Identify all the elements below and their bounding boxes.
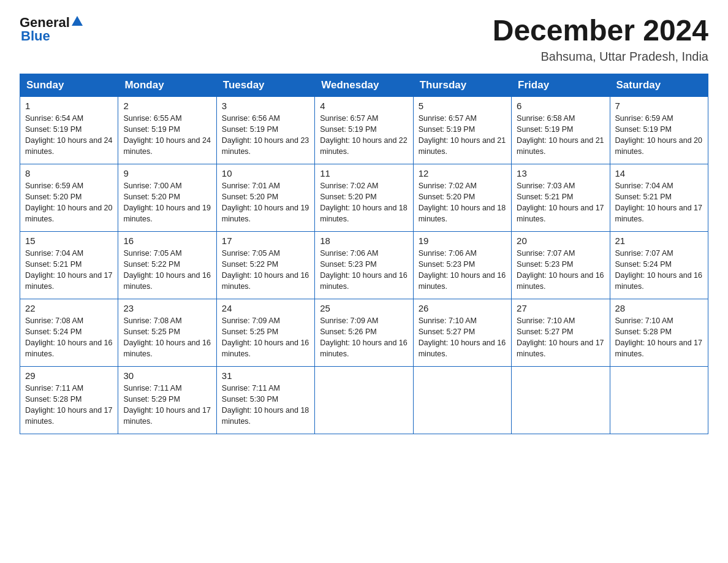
day-info: Sunrise: 7:11 AMSunset: 5:28 PMDaylight:… bbox=[25, 383, 113, 427]
logo-triangle-icon bbox=[72, 16, 83, 28]
day-info: Sunrise: 7:04 AMSunset: 5:21 PMDaylight:… bbox=[615, 180, 703, 225]
calendar-cell: 22Sunrise: 7:08 AMSunset: 5:24 PMDayligh… bbox=[20, 299, 118, 366]
day-info: Sunrise: 7:05 AMSunset: 5:22 PMDaylight:… bbox=[222, 248, 309, 293]
calendar-cell: 30Sunrise: 7:11 AMSunset: 5:29 PMDayligh… bbox=[118, 366, 216, 434]
day-number: 27 bbox=[517, 303, 604, 313]
day-number: 4 bbox=[320, 101, 408, 111]
calendar-cell: 13Sunrise: 7:03 AMSunset: 5:21 PMDayligh… bbox=[512, 164, 610, 231]
day-number: 29 bbox=[25, 370, 113, 381]
day-info: Sunrise: 6:54 AMSunset: 5:19 PMDaylight:… bbox=[25, 113, 113, 158]
day-info: Sunrise: 7:02 AMSunset: 5:20 PMDaylight:… bbox=[320, 180, 408, 225]
calendar-cell: 28Sunrise: 7:10 AMSunset: 5:28 PMDayligh… bbox=[610, 299, 708, 366]
col-header-wednesday: Wednesday bbox=[315, 74, 413, 96]
calendar-cell: 6Sunrise: 6:58 AMSunset: 5:19 PMDaylight… bbox=[512, 96, 610, 164]
day-number: 11 bbox=[320, 168, 408, 178]
calendar-cell: 10Sunrise: 7:01 AMSunset: 5:20 PMDayligh… bbox=[216, 164, 314, 231]
day-info: Sunrise: 7:11 AMSunset: 5:30 PMDaylight:… bbox=[222, 383, 309, 427]
day-info: Sunrise: 7:11 AMSunset: 5:29 PMDaylight:… bbox=[123, 383, 211, 427]
logo: General Blue bbox=[20, 15, 83, 44]
day-number: 7 bbox=[615, 101, 703, 111]
calendar-header-row: SundayMondayTuesdayWednesdayThursdayFrid… bbox=[20, 74, 708, 96]
day-number: 13 bbox=[517, 168, 604, 178]
calendar-cell: 27Sunrise: 7:10 AMSunset: 5:27 PMDayligh… bbox=[512, 299, 610, 366]
svg-marker-0 bbox=[72, 16, 83, 26]
calendar-cell: 5Sunrise: 6:57 AMSunset: 5:19 PMDaylight… bbox=[413, 96, 511, 164]
calendar-cell: 1Sunrise: 6:54 AMSunset: 5:19 PMDaylight… bbox=[20, 96, 118, 164]
day-number: 8 bbox=[25, 168, 113, 178]
day-info: Sunrise: 7:10 AMSunset: 5:28 PMDaylight:… bbox=[615, 315, 703, 360]
day-number: 10 bbox=[222, 168, 309, 178]
day-number: 14 bbox=[615, 168, 703, 178]
calendar-cell: 16Sunrise: 7:05 AMSunset: 5:22 PMDayligh… bbox=[118, 231, 216, 299]
day-number: 26 bbox=[419, 303, 506, 313]
day-info: Sunrise: 7:00 AMSunset: 5:20 PMDaylight:… bbox=[123, 180, 211, 225]
calendar-cell: 11Sunrise: 7:02 AMSunset: 5:20 PMDayligh… bbox=[315, 164, 413, 231]
calendar-cell: 29Sunrise: 7:11 AMSunset: 5:28 PMDayligh… bbox=[20, 366, 118, 434]
calendar-cell: 3Sunrise: 6:56 AMSunset: 5:19 PMDaylight… bbox=[216, 96, 314, 164]
day-info: Sunrise: 7:03 AMSunset: 5:21 PMDaylight:… bbox=[517, 180, 604, 225]
day-number: 15 bbox=[25, 236, 113, 246]
calendar-cell: 21Sunrise: 7:07 AMSunset: 5:24 PMDayligh… bbox=[610, 231, 708, 299]
day-info: Sunrise: 7:08 AMSunset: 5:24 PMDaylight:… bbox=[25, 315, 113, 360]
calendar-cell: 26Sunrise: 7:10 AMSunset: 5:27 PMDayligh… bbox=[413, 299, 511, 366]
day-info: Sunrise: 7:09 AMSunset: 5:26 PMDaylight:… bbox=[320, 315, 408, 360]
calendar-cell: 17Sunrise: 7:05 AMSunset: 5:22 PMDayligh… bbox=[216, 231, 314, 299]
day-info: Sunrise: 7:10 AMSunset: 5:27 PMDaylight:… bbox=[419, 315, 506, 360]
calendar-cell: 14Sunrise: 7:04 AMSunset: 5:21 PMDayligh… bbox=[610, 164, 708, 231]
calendar-cell: 25Sunrise: 7:09 AMSunset: 5:26 PMDayligh… bbox=[315, 299, 413, 366]
day-number: 16 bbox=[123, 236, 211, 246]
col-header-thursday: Thursday bbox=[413, 74, 511, 96]
col-header-monday: Monday bbox=[118, 74, 216, 96]
day-info: Sunrise: 6:55 AMSunset: 5:19 PMDaylight:… bbox=[123, 113, 211, 158]
calendar-cell bbox=[512, 366, 610, 434]
calendar-cell: 24Sunrise: 7:09 AMSunset: 5:25 PMDayligh… bbox=[216, 299, 314, 366]
calendar-cell: 12Sunrise: 7:02 AMSunset: 5:20 PMDayligh… bbox=[413, 164, 511, 231]
calendar-cell bbox=[610, 366, 708, 434]
day-number: 18 bbox=[320, 236, 408, 246]
calendar-cell: 9Sunrise: 7:00 AMSunset: 5:20 PMDaylight… bbox=[118, 164, 216, 231]
day-info: Sunrise: 7:07 AMSunset: 5:24 PMDaylight:… bbox=[615, 248, 703, 293]
day-number: 1 bbox=[25, 101, 113, 111]
col-header-sunday: Sunday bbox=[20, 74, 118, 96]
day-info: Sunrise: 6:58 AMSunset: 5:19 PMDaylight:… bbox=[517, 113, 604, 158]
calendar-cell: 8Sunrise: 6:59 AMSunset: 5:20 PMDaylight… bbox=[20, 164, 118, 231]
day-number: 3 bbox=[222, 101, 309, 111]
day-number: 28 bbox=[615, 303, 703, 313]
logo-blue-text: Blue bbox=[21, 28, 50, 44]
day-info: Sunrise: 7:02 AMSunset: 5:20 PMDaylight:… bbox=[419, 180, 506, 225]
calendar-cell: 4Sunrise: 6:57 AMSunset: 5:19 PMDaylight… bbox=[315, 96, 413, 164]
calendar-week-row: 15Sunrise: 7:04 AMSunset: 5:21 PMDayligh… bbox=[20, 231, 708, 299]
day-info: Sunrise: 6:56 AMSunset: 5:19 PMDaylight:… bbox=[222, 113, 309, 158]
day-info: Sunrise: 7:10 AMSunset: 5:27 PMDaylight:… bbox=[517, 315, 604, 360]
calendar-cell: 20Sunrise: 7:07 AMSunset: 5:23 PMDayligh… bbox=[512, 231, 610, 299]
day-number: 17 bbox=[222, 236, 309, 246]
day-number: 2 bbox=[123, 101, 211, 111]
day-info: Sunrise: 6:59 AMSunset: 5:19 PMDaylight:… bbox=[615, 113, 703, 158]
calendar-week-row: 22Sunrise: 7:08 AMSunset: 5:24 PMDayligh… bbox=[20, 299, 708, 366]
day-info: Sunrise: 7:06 AMSunset: 5:23 PMDaylight:… bbox=[419, 248, 506, 293]
day-number: 30 bbox=[123, 370, 211, 381]
calendar-title: December 2024 bbox=[493, 15, 708, 47]
calendar-cell: 19Sunrise: 7:06 AMSunset: 5:23 PMDayligh… bbox=[413, 231, 511, 299]
calendar-cell: 2Sunrise: 6:55 AMSunset: 5:19 PMDaylight… bbox=[118, 96, 216, 164]
day-info: Sunrise: 7:04 AMSunset: 5:21 PMDaylight:… bbox=[25, 248, 113, 293]
page-header: General Blue December 2024 Bahsuma, Utta… bbox=[20, 15, 708, 64]
calendar-week-row: 8Sunrise: 6:59 AMSunset: 5:20 PMDaylight… bbox=[20, 164, 708, 231]
calendar-cell bbox=[315, 366, 413, 434]
day-number: 22 bbox=[25, 303, 113, 313]
day-number: 5 bbox=[419, 101, 506, 111]
day-info: Sunrise: 6:57 AMSunset: 5:19 PMDaylight:… bbox=[419, 113, 506, 158]
calendar-week-row: 29Sunrise: 7:11 AMSunset: 5:28 PMDayligh… bbox=[20, 366, 708, 434]
day-number: 21 bbox=[615, 236, 703, 246]
day-number: 20 bbox=[517, 236, 604, 246]
day-info: Sunrise: 7:01 AMSunset: 5:20 PMDaylight:… bbox=[222, 180, 309, 225]
day-info: Sunrise: 7:07 AMSunset: 5:23 PMDaylight:… bbox=[517, 248, 604, 293]
calendar-table: SundayMondayTuesdayWednesdayThursdayFrid… bbox=[20, 74, 708, 434]
col-header-tuesday: Tuesday bbox=[216, 74, 314, 96]
day-info: Sunrise: 6:59 AMSunset: 5:20 PMDaylight:… bbox=[25, 180, 113, 225]
day-info: Sunrise: 7:06 AMSunset: 5:23 PMDaylight:… bbox=[320, 248, 408, 293]
calendar-cell: 18Sunrise: 7:06 AMSunset: 5:23 PMDayligh… bbox=[315, 231, 413, 299]
day-number: 23 bbox=[123, 303, 211, 313]
col-header-friday: Friday bbox=[512, 74, 610, 96]
calendar-cell: 31Sunrise: 7:11 AMSunset: 5:30 PMDayligh… bbox=[216, 366, 314, 434]
